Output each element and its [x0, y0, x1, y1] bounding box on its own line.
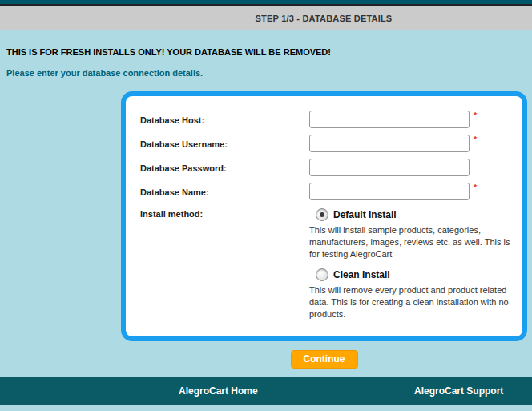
- page-title: STEP 1/3 - DATABASE DETAILS: [0, 6, 532, 30]
- main-content: THIS IS FOR FRESH INSTALLS ONLY! YOUR DA…: [0, 30, 532, 377]
- default-install-radio[interactable]: [316, 208, 328, 221]
- database-name-label: Database Name:: [140, 187, 309, 197]
- database-username-label: Database Username:: [140, 139, 309, 149]
- footer-link-alegrocart-home[interactable]: AlegroCart Home: [179, 385, 258, 397]
- clean-install-label: Clean Install: [333, 269, 390, 280]
- database-name-input[interactable]: [309, 183, 470, 200]
- field-row-database-name: Database Name: *: [140, 183, 514, 200]
- bottom-strip: [0, 405, 532, 411]
- default-install-label: Default Install: [333, 209, 397, 220]
- field-row-database-password: Database Password:: [140, 159, 514, 176]
- required-asterisk: *: [474, 135, 477, 144]
- database-form-panel: Database Host: * Database Username: * Da…: [121, 91, 527, 341]
- field-row-database-host: Database Host: *: [140, 111, 514, 128]
- default-install-option: Default Install: [316, 208, 511, 221]
- field-row-install-method: Install method: Default Install This wil…: [140, 208, 514, 328]
- footer-link-alegrocart-support[interactable]: AlegroCart Support: [414, 385, 503, 397]
- connection-instruction: Please enter your database connection de…: [6, 68, 532, 78]
- button-row: Continue: [121, 350, 527, 369]
- required-asterisk: *: [474, 183, 477, 192]
- database-password-input[interactable]: [309, 159, 470, 176]
- clean-install-description: This will remove every product and produ…: [309, 284, 511, 320]
- database-username-input[interactable]: [309, 135, 470, 152]
- required-asterisk: *: [474, 111, 477, 120]
- install-method-label: Install method:: [140, 208, 309, 219]
- clean-install-radio[interactable]: [316, 268, 328, 281]
- field-row-database-username: Database Username: *: [140, 135, 514, 152]
- footer: AlegroCart Home AlegroCart Support: [0, 377, 532, 405]
- database-password-label: Database Password:: [140, 163, 309, 173]
- default-install-description: This will install sample products, categ…: [309, 224, 511, 260]
- clean-install-option: Clean Install: [316, 268, 511, 281]
- database-host-input[interactable]: [309, 111, 470, 128]
- install-method-options: Default Install This will install sample…: [309, 208, 511, 328]
- continue-button[interactable]: Continue: [291, 350, 358, 369]
- fresh-install-warning: THIS IS FOR FRESH INSTALLS ONLY! YOUR DA…: [6, 47, 532, 57]
- database-host-label: Database Host:: [140, 115, 309, 125]
